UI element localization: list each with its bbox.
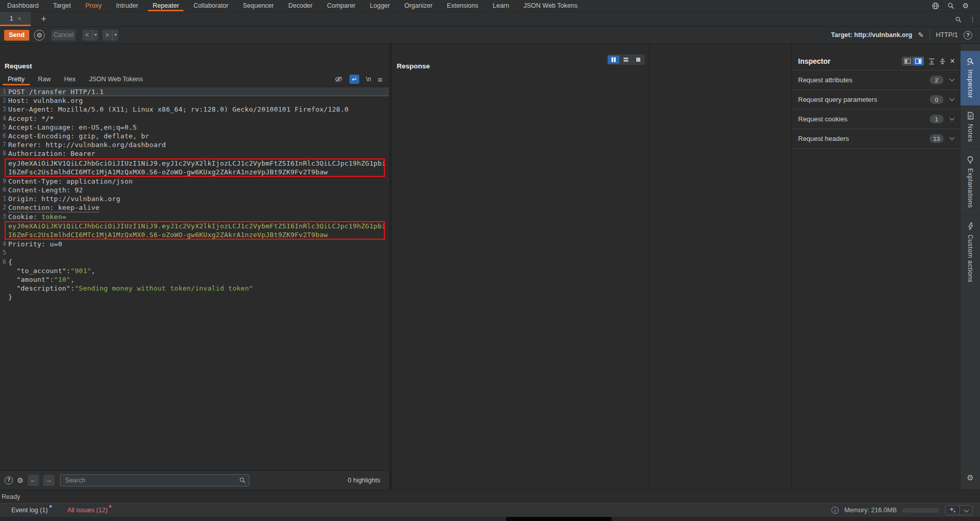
line-text: {: [8, 258, 12, 266]
divider: [930, 30, 930, 40]
dock-left-icon[interactable]: [902, 57, 913, 65]
repeater-tab-1[interactable]: 1 ×: [0, 12, 31, 26]
line-number: [0, 293, 6, 301]
line-number: 1: [0, 87, 6, 96]
back-dropdown[interactable]: [92, 30, 98, 41]
expand-all-icon[interactable]: [929, 58, 935, 65]
tab-raw[interactable]: Raw: [31, 73, 58, 85]
collapse-all-icon[interactable]: [939, 58, 946, 65]
tab-json-web-tokens[interactable]: JSON Web Tokens: [82, 73, 150, 85]
all-issues-button[interactable]: All issues (12): [67, 507, 112, 514]
editor-line: eyJ0eXAiOiJKV1QiLCJhbGciOiJIUzI1NiJ9.eyJ…: [0, 159, 389, 168]
add-tab-button[interactable]: +: [36, 12, 51, 26]
help-icon[interactable]: ?: [964, 31, 972, 40]
inspector-section-request-cookies[interactable]: Request cookies1: [792, 110, 960, 129]
side-tab-inspector[interactable]: Inspector: [960, 51, 980, 105]
toolbar-right: Target: http://vulnbank.org ✎ HTTP/1 ?: [831, 30, 976, 40]
send-button[interactable]: Send: [4, 30, 29, 41]
word-wrap-icon[interactable]: ↵: [349, 75, 359, 84]
close-icon[interactable]: ×: [950, 57, 955, 65]
explanations-icon: [967, 156, 974, 164]
chevron-down-icon: [950, 116, 955, 121]
line-text: Content-Length: 92: [8, 186, 83, 194]
repeater-tab-label: 1: [10, 15, 13, 22]
editor-search-bar: ? ⚙ ← → 0 highlights: [0, 470, 389, 490]
menu-item-json-web-tokens[interactable]: JSON Web Tokens: [516, 0, 585, 11]
sidebar-settings-icon[interactable]: ⚙: [960, 473, 980, 482]
editor-line: "to_account":"901",: [0, 266, 389, 275]
inspector-section-request-headers[interactable]: Request headers13: [792, 129, 960, 149]
request-editor[interactable]: 1POST /transfer HTTP/1.12Host: vulnbank.…: [0, 86, 389, 470]
back-button[interactable]: <: [82, 30, 98, 41]
more-icon[interactable]: ⋮: [969, 15, 976, 23]
chevron-down-icon[interactable]: [960, 509, 972, 512]
chevron-down-icon: [950, 135, 955, 140]
send-settings-button[interactable]: ⚙: [34, 30, 45, 41]
inspector-section-request-query-parameters[interactable]: Request query parameters0: [792, 90, 960, 110]
menu-item-dashboard[interactable]: Dashboard: [0, 0, 46, 11]
single-layout-icon[interactable]: [633, 56, 644, 64]
rows-layout-icon[interactable]: [620, 56, 632, 64]
section-label: Request query parameters: [798, 96, 877, 103]
side-tab-custom-actions[interactable]: Custom actions: [960, 216, 980, 290]
editor-line: 5Accept-Language: en-US,en;q=0.5: [0, 123, 389, 132]
menu-item-comparer[interactable]: Comparer: [320, 0, 363, 11]
close-tab-icon[interactable]: ×: [18, 15, 21, 22]
menu-item-learn[interactable]: Learn: [486, 0, 516, 11]
side-tab-explanations[interactable]: Explanations: [960, 150, 980, 216]
edit-target-icon[interactable]: ✎: [918, 31, 924, 39]
menu-item-organizer[interactable]: Organizer: [397, 0, 440, 11]
tab-pretty[interactable]: Pretty: [1, 73, 31, 85]
menu-item-target[interactable]: Target: [46, 0, 78, 11]
tab-hex[interactable]: Hex: [58, 73, 82, 85]
previous-match-button[interactable]: ←: [28, 475, 39, 486]
forward-dropdown[interactable]: [112, 30, 118, 41]
memory-usage-label: Memory: 216.0MB: [844, 507, 897, 514]
response-panel: Response: [392, 44, 649, 490]
hide-nonprinting-icon[interactable]: [335, 76, 343, 83]
editor-line: I6ZmFsc2UsImlhdCI6MTc1MjA1MzQxMX0.S6-oZo…: [0, 168, 389, 176]
search-settings-icon[interactable]: ⚙: [17, 476, 24, 484]
line-text: eyJ0eXAiOiJKV1QiLCJhbGciOiJIUzI1NiJ9.eyJ…: [8, 159, 386, 168]
line-text: eyJ0eXAiOiJKV1QiLCJhbGciOiJIUzI1NiJ9.eyJ…: [8, 222, 386, 230]
search-icon[interactable]: [955, 16, 961, 23]
http-version-label[interactable]: HTTP/1: [936, 31, 958, 39]
search-icon[interactable]: [947, 2, 954, 9]
request-view-tabs: Pretty Raw Hex JSON Web Tokens ↵ \n ≡: [0, 73, 389, 86]
event-log-button[interactable]: Event log (1): [11, 507, 52, 514]
menu-item-proxy[interactable]: Proxy: [78, 0, 109, 11]
forward-button[interactable]: >: [102, 30, 118, 41]
globe-icon[interactable]: [932, 2, 939, 10]
menu-item-sequencer[interactable]: Sequencer: [235, 0, 281, 11]
inspector-controls: ×: [902, 57, 955, 66]
cancel-button[interactable]: Cancel: [51, 30, 76, 41]
columns-layout-icon[interactable]: [608, 56, 619, 64]
line-number: 0: [0, 186, 6, 194]
menu-item-repeater[interactable]: Repeater: [145, 0, 186, 11]
inspector-section-request-attributes[interactable]: Request attributes2: [792, 70, 960, 90]
newline-icon[interactable]: \n: [366, 76, 371, 83]
editor-menu-icon[interactable]: ≡: [378, 75, 382, 84]
forward-arrow: >: [102, 30, 112, 41]
settings-icon[interactable]: ⚙: [962, 2, 969, 9]
search-input[interactable]: [60, 474, 249, 487]
menu-item-collaborator[interactable]: Collaborator: [186, 0, 235, 11]
line-text: Connection: keep-alive: [8, 203, 100, 212]
ai-assist-button[interactable]: [945, 505, 973, 515]
menu-item-extensions[interactable]: Extensions: [440, 0, 486, 11]
back-arrow: <: [82, 30, 92, 41]
menu-item-decoder[interactable]: Decoder: [281, 0, 320, 11]
line-number: [0, 266, 6, 275]
menu-item-logger[interactable]: Logger: [363, 0, 397, 11]
next-match-button[interactable]: →: [43, 475, 54, 486]
info-icon[interactable]: i: [831, 507, 839, 514]
dock-right-icon[interactable]: [913, 57, 923, 65]
section-meta: 0: [930, 95, 954, 104]
side-tab-strip: InspectorNotesExplanationsCustom actions…: [960, 44, 980, 490]
menu-item-intruder[interactable]: Intruder: [109, 0, 145, 11]
editor-line: 2Host: vulnbank.org: [0, 96, 389, 105]
burp-suite-window: DashboardTargetProxyIntruderRepeaterColl…: [0, 0, 980, 521]
inspector-icon: [966, 57, 974, 65]
side-tab-notes[interactable]: Notes: [960, 105, 980, 150]
search-help-icon[interactable]: ?: [5, 476, 13, 484]
